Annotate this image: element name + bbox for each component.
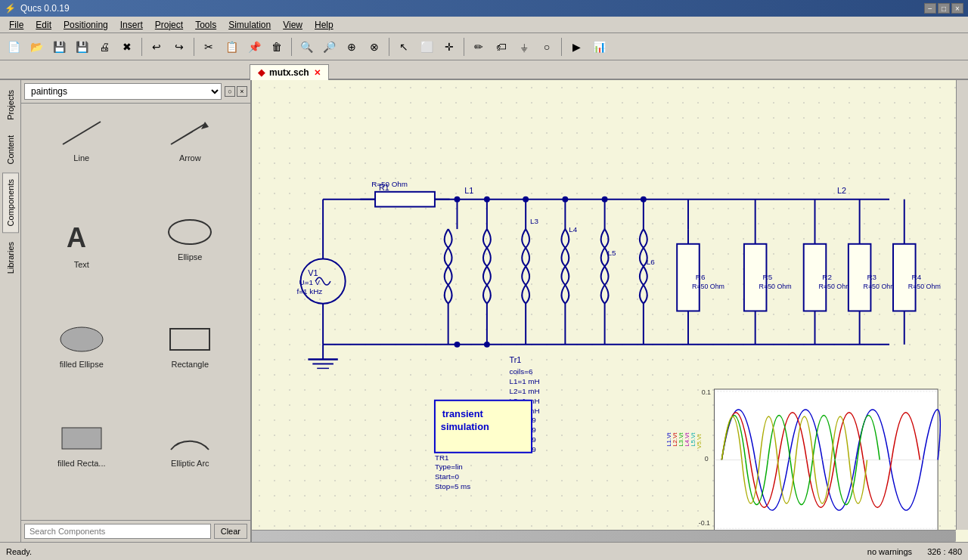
menu-item-simulation[interactable]: Simulation bbox=[222, 18, 277, 32]
palette-item-text[interactable]: A Text bbox=[27, 209, 136, 315]
delete-button[interactable]: 🗑 bbox=[266, 36, 287, 57]
toolbar: 📄 📂 💾 💾 🖨 ✖ ↩ ↪ ✂ 📋 📌 🗑 🔍 🔎 ⊕ ⊗ ↖ ⬜ ✛ ✏ … bbox=[0, 33, 968, 60]
menu-item-edit[interactable]: Edit bbox=[29, 18, 57, 32]
svg-text:L6: L6 bbox=[647, 258, 655, 266]
menu-item-positioning[interactable]: Positioning bbox=[57, 18, 114, 32]
menu-item-view[interactable]: View bbox=[277, 18, 309, 32]
svg-text:Start=0: Start=0 bbox=[435, 472, 460, 481]
menu-item-insert[interactable]: Insert bbox=[114, 18, 149, 32]
svg-text:L5: L5 bbox=[608, 249, 616, 257]
svg-text:L1: L1 bbox=[464, 186, 473, 195]
move-button[interactable]: ✛ bbox=[439, 36, 460, 57]
svg-text:R5: R5 bbox=[763, 273, 773, 281]
tab-mutx-sch[interactable]: ◆ mutx.sch ✕ bbox=[250, 64, 329, 80]
menu-item-help[interactable]: Help bbox=[309, 18, 340, 32]
port-button[interactable]: ○ bbox=[536, 36, 557, 57]
side-tab-components[interactable]: Components bbox=[2, 172, 19, 233]
zoom-reset-button[interactable]: ⊗ bbox=[364, 36, 385, 57]
close-button[interactable]: × bbox=[951, 3, 963, 14]
vhdl-button[interactable]: 📊 bbox=[588, 36, 610, 57]
svg-text:R=50 Ohm: R=50 Ohm bbox=[818, 283, 851, 290]
zoom-fit-button[interactable]: ⊕ bbox=[341, 36, 362, 57]
sep1 bbox=[141, 38, 142, 56]
svg-line-0 bbox=[63, 122, 101, 144]
svg-text:L3.Vt: L3.Vt bbox=[678, 432, 684, 447]
palette-detach-button[interactable]: ○ bbox=[225, 86, 235, 97]
titlebar: ⚡ Qucs 0.0.19 − □ × bbox=[0, 0, 968, 17]
paste-button[interactable]: 📌 bbox=[244, 36, 265, 57]
select-button[interactable]: ↖ bbox=[393, 36, 414, 57]
side-tabs: ProjectsContentComponentsLibraries bbox=[0, 80, 21, 542]
palette-dropdown[interactable]: paintings lumped components sources prob… bbox=[24, 83, 222, 100]
select-all-button[interactable]: ⬜ bbox=[416, 36, 437, 57]
svg-point-5 bbox=[60, 327, 103, 351]
tab-close-button[interactable]: ✕ bbox=[314, 68, 321, 78]
rectangle-icon bbox=[167, 324, 213, 357]
menu-item-file[interactable]: File bbox=[3, 18, 29, 32]
svg-rect-7 bbox=[62, 428, 101, 449]
svg-point-74 bbox=[641, 196, 647, 203]
search-components-input[interactable] bbox=[24, 524, 211, 539]
menubar: FileEditPositioningInsertProjectToolsSim… bbox=[0, 17, 968, 33]
tab-label: mutx.sch bbox=[269, 67, 309, 78]
side-tab-content[interactable]: Content bbox=[2, 128, 19, 172]
maximize-button[interactable]: □ bbox=[938, 3, 950, 14]
svg-text:simulation: simulation bbox=[441, 421, 489, 432]
palette-item-rectangle[interactable]: Rectangle bbox=[136, 316, 245, 415]
coordinates-text: 326 : 480 bbox=[927, 547, 962, 556]
ground-button[interactable]: ⏚ bbox=[513, 36, 535, 57]
status-text: Ready. bbox=[6, 547, 32, 556]
menu-item-project[interactable]: Project bbox=[149, 18, 189, 32]
sep3 bbox=[291, 38, 292, 56]
line-icon bbox=[59, 118, 104, 150]
menu-item-tools[interactable]: Tools bbox=[189, 18, 222, 32]
palette-item-ellipse[interactable]: Ellipse bbox=[136, 209, 245, 315]
horizontal-scrollbar[interactable] bbox=[252, 530, 956, 542]
redo-button[interactable]: ↪ bbox=[169, 36, 190, 57]
canvas-area[interactable]: V1 U=1 V f=1 kHz R1 R=50 Ohm L1 L2 bbox=[252, 80, 968, 542]
text-icon: A bbox=[59, 217, 104, 257]
cut-button[interactable]: ✂ bbox=[198, 36, 219, 57]
copy-button[interactable]: 📋 bbox=[221, 36, 242, 57]
svg-text:L4: L4 bbox=[569, 225, 577, 234]
search-bar: Clear bbox=[21, 520, 250, 542]
app-title: Qucs 0.0.19 bbox=[20, 3, 70, 14]
palette-item-line[interactable]: Line bbox=[27, 110, 136, 209]
clear-button[interactable]: Clear bbox=[214, 524, 247, 539]
open-button[interactable]: 📂 bbox=[26, 36, 47, 57]
tabbar: ◆ mutx.sch ✕ bbox=[0, 60, 968, 80]
palette-close-button[interactable]: × bbox=[237, 86, 247, 97]
side-tab-projects[interactable]: Projects bbox=[2, 83, 19, 127]
side-tab-libraries[interactable]: Libraries bbox=[2, 235, 19, 280]
sep4 bbox=[389, 38, 389, 56]
svg-text:Stop=5 ms: Stop=5 ms bbox=[435, 482, 470, 490]
svg-text:L1=1 mH: L1=1 mH bbox=[509, 377, 539, 385]
save-button[interactable]: 💾 bbox=[48, 36, 70, 57]
save-as-button[interactable]: 💾 bbox=[71, 36, 92, 57]
svg-point-73 bbox=[602, 196, 608, 203]
svg-point-76 bbox=[484, 342, 490, 348]
window-controls: − □ × bbox=[924, 3, 963, 14]
label-button[interactable]: 🏷 bbox=[491, 36, 512, 57]
sim-button[interactable]: ▶ bbox=[566, 36, 587, 57]
vertical-scrollbar[interactable] bbox=[956, 80, 968, 530]
svg-text:transient: transient bbox=[442, 408, 484, 419]
close-file-button[interactable]: ✖ bbox=[116, 36, 138, 57]
svg-point-69 bbox=[455, 196, 461, 203]
zoom-out-button[interactable]: 🔎 bbox=[318, 36, 340, 57]
wire-button[interactable]: ✏ bbox=[468, 36, 489, 57]
sep5 bbox=[464, 38, 464, 56]
palette-item-filled-ellipse[interactable]: filled Ellipse bbox=[27, 316, 136, 415]
circuit-diagram: V1 U=1 V f=1 kHz R1 R=50 Ohm L1 L2 bbox=[252, 80, 968, 542]
svg-text:coils=6: coils=6 bbox=[509, 367, 532, 376]
new-button[interactable]: 📄 bbox=[3, 36, 24, 57]
palette-item-arrow[interactable]: Arrow bbox=[136, 110, 245, 209]
zoom-in-button[interactable]: 🔍 bbox=[296, 36, 317, 57]
undo-button[interactable]: ↩ bbox=[146, 36, 167, 57]
svg-line-1 bbox=[171, 124, 205, 144]
app-icon: ⚡ bbox=[5, 3, 16, 14]
palette-item-filled-rectangle[interactable]: filled Recta... bbox=[27, 415, 136, 514]
print-button[interactable]: 🖨 bbox=[94, 36, 115, 57]
minimize-button[interactable]: − bbox=[924, 3, 936, 14]
palette-item-elliptic-arc[interactable]: Elliptic Arc bbox=[136, 415, 245, 514]
